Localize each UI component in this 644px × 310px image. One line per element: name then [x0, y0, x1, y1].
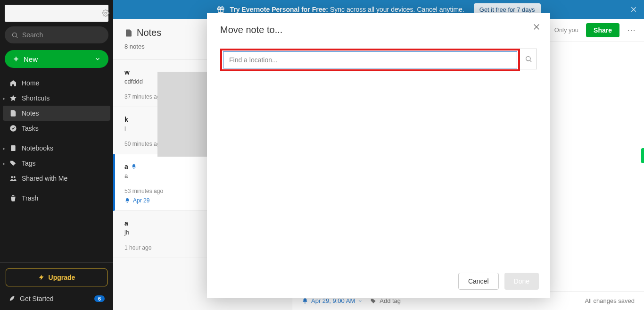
svg-point-6	[10, 125, 16, 131]
location-input-highlight	[220, 49, 520, 71]
chevron-down-icon	[94, 56, 101, 62]
modal-title: Move note to...	[220, 25, 537, 35]
sidebar-search[interactable]: Search	[5, 26, 108, 43]
star-icon	[9, 94, 17, 102]
new-button[interactable]: New	[5, 50, 108, 68]
get-started-row[interactable]: Get Started 6	[6, 293, 107, 304]
sidebar-item-shortcuts[interactable]: ▸ Shortcuts	[0, 91, 113, 106]
people-icon	[9, 175, 17, 182]
svg-point-9	[14, 176, 16, 178]
sidebar-item-label: Shortcuts	[22, 94, 50, 102]
get-started-label: Get Started	[20, 295, 54, 302]
home-icon	[9, 79, 17, 87]
sidebar-item-notes[interactable]: Notes	[3, 106, 110, 121]
sidebar-item-notebooks[interactable]: ▸ Notebooks	[0, 141, 113, 156]
sidebar-item-label: Home	[22, 79, 39, 87]
bolt-icon	[38, 274, 45, 281]
upgrade-label: Upgrade	[49, 274, 75, 281]
chevron-right-icon: ▸	[3, 96, 5, 101]
user-account-block[interactable]	[5, 5, 108, 22]
svg-point-0	[105, 12, 107, 14]
chevron-right-icon: ▸	[3, 146, 5, 151]
svg-point-17	[526, 57, 530, 61]
cancel-button[interactable]: Cancel	[458, 273, 499, 290]
svg-marker-5	[10, 95, 16, 101]
location-search-input[interactable]	[223, 51, 517, 68]
note-icon	[9, 109, 17, 117]
notebook-icon	[9, 144, 17, 152]
check-circle-icon	[9, 125, 17, 132]
modal-close-icon[interactable]	[532, 23, 541, 31]
modal-backdrop: Move note to... Cancel Done	[113, 0, 644, 310]
sidebar-item-tasks[interactable]: Tasks	[0, 121, 113, 136]
get-started-badge: 6	[94, 295, 105, 302]
sidebar-item-tags[interactable]: ▸ Tags	[0, 156, 113, 171]
search-icon	[11, 32, 18, 39]
sidebar-nav: Home ▸ Shortcuts Notes Tasks ▸ Notebooks…	[0, 73, 113, 262]
svg-line-2	[16, 36, 17, 38]
chevron-right-icon: ▸	[3, 161, 5, 166]
sidebar-item-label: Tasks	[22, 125, 39, 132]
rocket-icon	[8, 295, 15, 302]
location-search-button[interactable]	[520, 49, 537, 69]
sidebar-item-label: Trash	[22, 194, 38, 202]
sidebar-item-label: Notes	[22, 109, 39, 117]
sidebar-item-label: Shared with Me	[22, 175, 67, 182]
sidebar-search-placeholder: Search	[22, 31, 43, 39]
sidebar-item-shared[interactable]: Shared with Me	[0, 171, 113, 186]
new-button-label: New	[24, 55, 38, 63]
search-icon	[525, 55, 532, 63]
upgrade-button[interactable]: Upgrade	[6, 268, 107, 286]
svg-point-1	[13, 33, 17, 37]
sidebar-item-label: Notebooks	[22, 144, 53, 152]
svg-rect-7	[11, 145, 15, 151]
sidebar-item-trash[interactable]: Trash	[0, 191, 113, 206]
sidebar-item-label: Tags	[22, 159, 36, 167]
sidebar-item-home[interactable]: Home	[0, 75, 113, 91]
sidebar: Search New Home ▸ Shortcuts Notes Tasks	[0, 0, 113, 310]
done-button[interactable]: Done	[504, 273, 539, 290]
plus-icon	[12, 55, 20, 63]
tag-icon	[9, 159, 17, 167]
svg-line-18	[530, 60, 531, 62]
move-note-modal: Move note to... Cancel Done	[207, 13, 550, 298]
svg-point-8	[11, 176, 13, 178]
gear-icon[interactable]	[102, 9, 109, 17]
trash-icon	[9, 194, 17, 202]
